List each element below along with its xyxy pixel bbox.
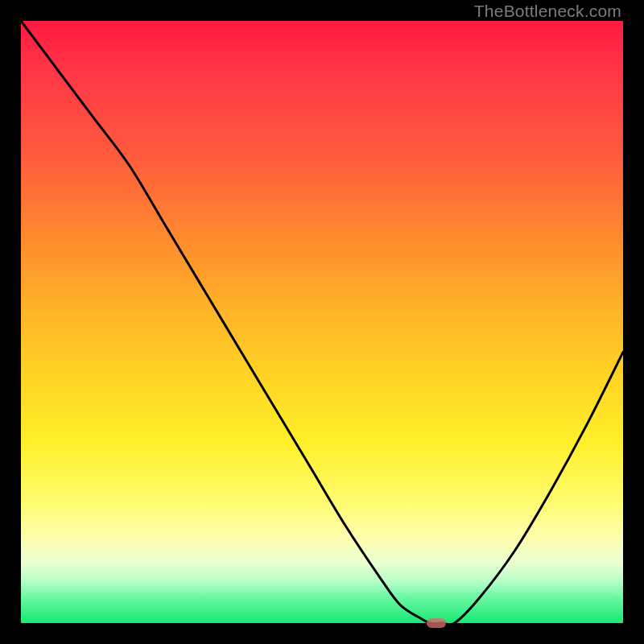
optimal-marker [427,618,446,628]
watermark-text: TheBottleneck.com [474,2,621,21]
plot-area [21,21,623,623]
bottleneck-curve [21,21,623,623]
chart-frame: TheBottleneck.com [0,0,644,644]
